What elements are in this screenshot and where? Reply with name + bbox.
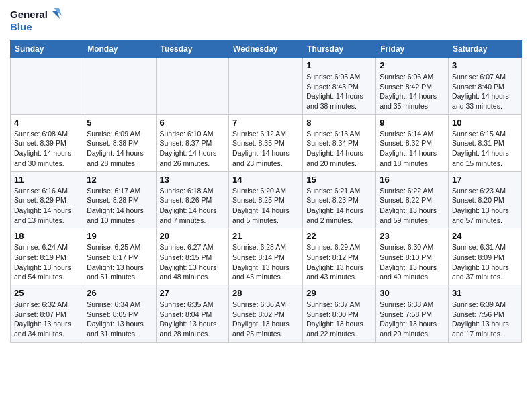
day-number: 4 xyxy=(14,118,79,128)
day-cell: 23Sunrise: 6:30 AM Sunset: 8:10 PM Dayli… xyxy=(376,228,449,285)
day-number: 29 xyxy=(306,288,372,298)
day-number: 7 xyxy=(232,118,299,128)
column-header-wednesday: Wednesday xyxy=(229,41,303,58)
day-cell: 21Sunrise: 6:28 AM Sunset: 8:14 PM Dayli… xyxy=(229,228,303,285)
day-info: Sunrise: 6:24 AM Sunset: 8:19 PM Dayligh… xyxy=(14,242,79,282)
column-header-saturday: Saturday xyxy=(449,41,522,58)
day-info: Sunrise: 6:13 AM Sunset: 8:34 PM Dayligh… xyxy=(306,129,372,169)
svg-text:Blue: Blue xyxy=(10,21,32,32)
day-number: 11 xyxy=(14,175,79,185)
svg-text:General: General xyxy=(10,9,48,20)
day-cell: 7Sunrise: 6:12 AM Sunset: 8:35 PM Daylig… xyxy=(229,114,303,171)
day-cell: 8Sunrise: 6:13 AM Sunset: 8:34 PM Daylig… xyxy=(303,114,376,171)
week-row-5: 25Sunrise: 6:32 AM Sunset: 8:07 PM Dayli… xyxy=(11,285,522,342)
day-number: 17 xyxy=(452,175,518,185)
day-cell xyxy=(156,58,229,115)
column-header-tuesday: Tuesday xyxy=(156,41,229,58)
day-info: Sunrise: 6:30 AM Sunset: 8:10 PM Dayligh… xyxy=(380,242,445,282)
logo-svg: General Blue xyxy=(10,7,64,35)
day-info: Sunrise: 6:22 AM Sunset: 8:22 PM Dayligh… xyxy=(380,186,445,226)
day-cell: 12Sunrise: 6:17 AM Sunset: 8:28 PM Dayli… xyxy=(83,171,156,228)
day-cell: 1Sunrise: 6:05 AM Sunset: 8:43 PM Daylig… xyxy=(303,58,376,115)
day-cell: 4Sunrise: 6:08 AM Sunset: 8:39 PM Daylig… xyxy=(11,114,83,171)
day-cell: 17Sunrise: 6:23 AM Sunset: 8:20 PM Dayli… xyxy=(449,171,522,228)
page-header: General Blue xyxy=(10,7,522,35)
day-number: 12 xyxy=(87,175,152,185)
day-cell: 22Sunrise: 6:29 AM Sunset: 8:12 PM Dayli… xyxy=(303,228,376,285)
day-number: 6 xyxy=(160,118,226,128)
day-number: 16 xyxy=(380,175,445,185)
day-info: Sunrise: 6:25 AM Sunset: 8:17 PM Dayligh… xyxy=(87,242,152,282)
day-info: Sunrise: 6:15 AM Sunset: 8:31 PM Dayligh… xyxy=(452,129,518,169)
day-info: Sunrise: 6:10 AM Sunset: 8:37 PM Dayligh… xyxy=(160,129,226,169)
day-cell: 14Sunrise: 6:20 AM Sunset: 8:25 PM Dayli… xyxy=(229,171,303,228)
day-number: 2 xyxy=(380,60,445,71)
day-info: Sunrise: 6:31 AM Sunset: 8:09 PM Dayligh… xyxy=(452,242,518,282)
day-info: Sunrise: 6:32 AM Sunset: 8:07 PM Dayligh… xyxy=(14,300,79,339)
day-cell xyxy=(11,58,83,115)
day-cell: 15Sunrise: 6:21 AM Sunset: 8:23 PM Dayli… xyxy=(303,171,376,228)
day-number: 13 xyxy=(160,175,226,185)
logo: General Blue xyxy=(10,7,64,35)
day-cell: 6Sunrise: 6:10 AM Sunset: 8:37 PM Daylig… xyxy=(156,114,229,171)
day-cell: 29Sunrise: 6:37 AM Sunset: 8:00 PM Dayli… xyxy=(303,285,376,342)
day-info: Sunrise: 6:05 AM Sunset: 8:43 PM Dayligh… xyxy=(306,72,372,111)
day-number: 30 xyxy=(380,288,445,298)
day-info: Sunrise: 6:38 AM Sunset: 7:58 PM Dayligh… xyxy=(380,300,445,339)
day-number: 31 xyxy=(452,288,518,298)
day-info: Sunrise: 6:21 AM Sunset: 8:23 PM Dayligh… xyxy=(306,186,372,226)
day-number: 3 xyxy=(452,60,518,71)
column-header-sunday: Sunday xyxy=(11,41,83,58)
day-number: 5 xyxy=(87,118,152,128)
week-row-1: 1Sunrise: 6:05 AM Sunset: 8:43 PM Daylig… xyxy=(11,58,522,115)
week-row-2: 4Sunrise: 6:08 AM Sunset: 8:39 PM Daylig… xyxy=(11,114,522,171)
day-info: Sunrise: 6:35 AM Sunset: 8:04 PM Dayligh… xyxy=(160,300,226,339)
day-info: Sunrise: 6:12 AM Sunset: 8:35 PM Dayligh… xyxy=(232,129,299,169)
day-info: Sunrise: 6:36 AM Sunset: 8:02 PM Dayligh… xyxy=(232,300,299,339)
day-info: Sunrise: 6:14 AM Sunset: 8:32 PM Dayligh… xyxy=(380,129,445,169)
day-number: 22 xyxy=(306,231,372,241)
day-cell: 26Sunrise: 6:34 AM Sunset: 8:05 PM Dayli… xyxy=(83,285,156,342)
day-cell xyxy=(83,58,156,115)
column-header-friday: Friday xyxy=(376,41,449,58)
day-cell: 10Sunrise: 6:15 AM Sunset: 8:31 PM Dayli… xyxy=(449,114,522,171)
column-header-monday: Monday xyxy=(83,41,156,58)
day-info: Sunrise: 6:29 AM Sunset: 8:12 PM Dayligh… xyxy=(306,242,372,282)
day-number: 20 xyxy=(160,231,226,241)
day-cell: 20Sunrise: 6:27 AM Sunset: 8:15 PM Dayli… xyxy=(156,228,229,285)
day-cell: 5Sunrise: 6:09 AM Sunset: 8:38 PM Daylig… xyxy=(83,114,156,171)
day-number: 18 xyxy=(14,231,79,241)
day-number: 1 xyxy=(306,60,372,71)
day-number: 15 xyxy=(306,175,372,185)
day-info: Sunrise: 6:28 AM Sunset: 8:14 PM Dayligh… xyxy=(232,242,299,282)
day-info: Sunrise: 6:39 AM Sunset: 7:56 PM Dayligh… xyxy=(452,300,518,339)
day-cell: 30Sunrise: 6:38 AM Sunset: 7:58 PM Dayli… xyxy=(376,285,449,342)
day-cell: 18Sunrise: 6:24 AM Sunset: 8:19 PM Dayli… xyxy=(11,228,83,285)
day-number: 24 xyxy=(452,231,518,241)
day-cell: 24Sunrise: 6:31 AM Sunset: 8:09 PM Dayli… xyxy=(449,228,522,285)
day-number: 28 xyxy=(232,288,299,298)
day-info: Sunrise: 6:07 AM Sunset: 8:40 PM Dayligh… xyxy=(452,72,518,111)
day-number: 27 xyxy=(160,288,226,298)
day-info: Sunrise: 6:17 AM Sunset: 8:28 PM Dayligh… xyxy=(87,186,152,226)
day-info: Sunrise: 6:06 AM Sunset: 8:42 PM Dayligh… xyxy=(380,72,445,111)
day-cell: 3Sunrise: 6:07 AM Sunset: 8:40 PM Daylig… xyxy=(449,58,522,115)
day-info: Sunrise: 6:16 AM Sunset: 8:29 PM Dayligh… xyxy=(14,186,79,226)
day-cell: 11Sunrise: 6:16 AM Sunset: 8:29 PM Dayli… xyxy=(11,171,83,228)
day-cell: 16Sunrise: 6:22 AM Sunset: 8:22 PM Dayli… xyxy=(376,171,449,228)
day-number: 19 xyxy=(87,231,152,241)
week-row-3: 11Sunrise: 6:16 AM Sunset: 8:29 PM Dayli… xyxy=(11,171,522,228)
day-number: 8 xyxy=(306,118,372,128)
column-header-thursday: Thursday xyxy=(303,41,376,58)
day-info: Sunrise: 6:23 AM Sunset: 8:20 PM Dayligh… xyxy=(452,186,518,226)
day-number: 10 xyxy=(452,118,518,128)
day-info: Sunrise: 6:37 AM Sunset: 8:00 PM Dayligh… xyxy=(306,300,372,339)
day-cell: 25Sunrise: 6:32 AM Sunset: 8:07 PM Dayli… xyxy=(11,285,83,342)
week-row-4: 18Sunrise: 6:24 AM Sunset: 8:19 PM Dayli… xyxy=(11,228,522,285)
day-info: Sunrise: 6:08 AM Sunset: 8:39 PM Dayligh… xyxy=(14,129,79,169)
day-info: Sunrise: 6:20 AM Sunset: 8:25 PM Dayligh… xyxy=(232,186,299,226)
day-number: 23 xyxy=(380,231,445,241)
day-number: 9 xyxy=(380,118,445,128)
calendar-table: SundayMondayTuesdayWednesdayThursdayFrid… xyxy=(10,40,522,342)
day-number: 26 xyxy=(87,288,152,298)
